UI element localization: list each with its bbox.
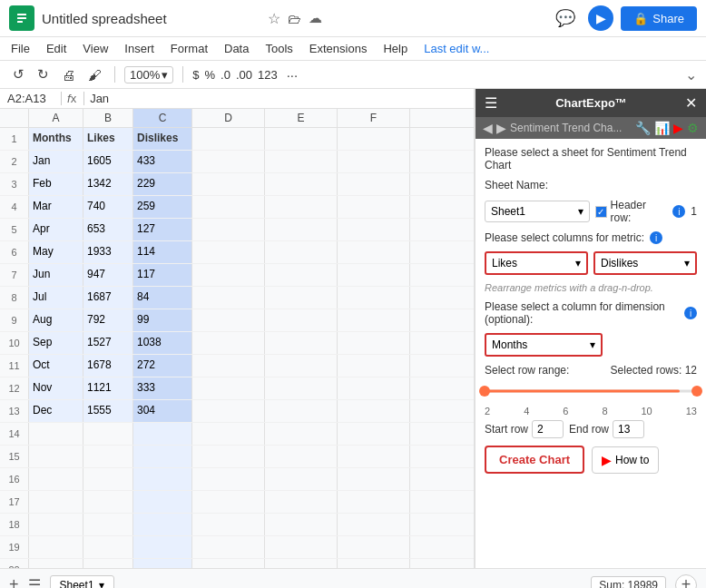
table-row[interactable]: 4Mar740259 <box>0 196 474 219</box>
menu-edit[interactable]: Edit <box>44 39 68 58</box>
table-cell[interactable]: 99 <box>133 309 192 331</box>
table-cell[interactable]: 1038 <box>133 332 192 354</box>
table-cell[interactable] <box>265 446 338 467</box>
table-cell[interactable] <box>83 468 133 490</box>
table-cell[interactable] <box>265 332 338 354</box>
table-cell[interactable] <box>29 468 83 490</box>
add-widget-button[interactable]: + <box>675 574 697 589</box>
table-cell[interactable]: 259 <box>133 196 192 218</box>
table-cell[interactable]: 127 <box>133 219 192 240</box>
table-cell[interactable]: 1527 <box>83 332 133 354</box>
table-cell[interactable] <box>338 128 410 150</box>
col-header-f[interactable]: F <box>338 109 410 127</box>
table-cell[interactable] <box>133 514 192 535</box>
table-cell[interactable] <box>83 536 133 558</box>
panel-close-button[interactable]: ✕ <box>685 94 697 112</box>
table-cell[interactable]: 947 <box>83 264 133 286</box>
sheet1-tab[interactable]: Sheet1 ▾ <box>50 575 114 589</box>
table-cell[interactable]: Dec <box>29 400 83 422</box>
table-cell[interactable] <box>265 377 338 399</box>
paint-format-icon[interactable]: 🖌 <box>84 65 105 84</box>
table-row[interactable]: 6May1933114 <box>0 241 474 264</box>
menu-last-edit[interactable]: Last edit w... <box>422 39 491 58</box>
table-cell[interactable]: Feb <box>29 173 83 195</box>
table-cell[interactable] <box>192 559 265 568</box>
table-cell[interactable] <box>338 355 410 377</box>
create-chart-button[interactable]: Create Chart <box>485 446 584 474</box>
table-cell[interactable]: Oct <box>29 355 83 377</box>
table-cell[interactable] <box>192 423 265 445</box>
table-cell[interactable] <box>338 514 410 535</box>
col-header-e[interactable]: E <box>265 109 338 127</box>
currency-btn[interactable]: $ <box>192 68 199 82</box>
table-cell[interactable] <box>265 241 338 263</box>
table-cell[interactable] <box>29 514 83 535</box>
dimension-info-icon[interactable]: i <box>684 307 697 319</box>
table-cell[interactable]: 1555 <box>83 400 133 422</box>
table-cell[interactable] <box>29 559 83 568</box>
end-row-input[interactable] <box>613 420 644 438</box>
table-cell[interactable] <box>83 491 133 513</box>
menu-file[interactable]: File <box>9 39 32 58</box>
add-sheet-button[interactable]: + <box>9 575 19 588</box>
metric-info-icon[interactable]: i <box>650 231 662 244</box>
table-cell[interactable] <box>192 241 265 263</box>
table-cell[interactable] <box>338 468 410 490</box>
settings-icon[interactable]: ⚙ <box>687 121 699 135</box>
undo-icon[interactable]: ↺ <box>9 64 28 84</box>
more-sheets-button[interactable]: ☰ <box>28 576 41 588</box>
col-header-a[interactable]: A <box>29 109 83 127</box>
table-cell[interactable] <box>192 468 265 490</box>
table-row[interactable]: 17 <box>0 491 474 514</box>
table-cell[interactable] <box>29 446 83 467</box>
table-cell[interactable]: 740 <box>83 196 133 218</box>
youtube-nav-icon[interactable]: ▶ <box>673 121 683 135</box>
collapse-icon[interactable]: ⌄ <box>685 66 697 83</box>
table-cell[interactable] <box>192 151 265 172</box>
table-cell[interactable]: Aug <box>29 309 83 331</box>
table-row[interactable]: 8Jul168784 <box>0 287 474 309</box>
table-cell[interactable]: 792 <box>83 309 133 331</box>
table-cell[interactable] <box>192 219 265 240</box>
wrench-icon[interactable]: 🔧 <box>635 121 651 135</box>
table-cell[interactable] <box>338 423 410 445</box>
folder-icon[interactable]: 🗁 <box>288 11 301 26</box>
table-cell[interactable] <box>192 536 265 558</box>
table-cell[interactable] <box>83 559 133 568</box>
table-cell[interactable]: Apr <box>29 219 83 240</box>
table-cell[interactable]: 653 <box>83 219 133 240</box>
nav-back-icon[interactable]: ◀ <box>483 121 493 135</box>
table-cell[interactable]: Likes <box>83 128 133 150</box>
table-cell[interactable]: Sep <box>29 332 83 354</box>
table-row[interactable]: 12Nov1121333 <box>0 377 474 400</box>
table-cell[interactable]: 272 <box>133 355 192 377</box>
table-cell[interactable] <box>29 491 83 513</box>
table-cell[interactable] <box>338 332 410 354</box>
range-thumb-right[interactable] <box>691 386 702 397</box>
table-cell[interactable] <box>338 219 410 240</box>
table-cell[interactable] <box>338 559 410 568</box>
menu-help[interactable]: Help <box>381 39 409 58</box>
table-cell[interactable] <box>133 423 192 445</box>
cell-reference[interactable]: A2:A13 <box>7 92 62 105</box>
decimal-less-btn[interactable]: .0 <box>221 68 230 82</box>
table-cell[interactable] <box>338 264 410 286</box>
table-cell[interactable] <box>192 264 265 286</box>
table-row[interactable]: 5Apr653127 <box>0 219 474 241</box>
table-cell[interactable] <box>83 446 133 467</box>
table-cell[interactable] <box>265 128 338 150</box>
range-thumb-left[interactable] <box>479 386 490 397</box>
table-cell[interactable] <box>192 332 265 354</box>
table-cell[interactable] <box>265 559 338 568</box>
table-cell[interactable] <box>83 514 133 535</box>
table-cell[interactable] <box>338 446 410 467</box>
table-cell[interactable] <box>265 287 338 309</box>
table-cell[interactable] <box>192 491 265 513</box>
table-cell[interactable] <box>265 219 338 240</box>
table-cell[interactable]: Jul <box>29 287 83 309</box>
table-cell[interactable] <box>265 423 338 445</box>
header-row-info-icon[interactable]: i <box>672 205 685 218</box>
table-cell[interactable]: Mar <box>29 196 83 218</box>
table-row[interactable]: 1MonthsLikesDislikes <box>0 128 474 151</box>
table-cell[interactable] <box>29 423 83 445</box>
